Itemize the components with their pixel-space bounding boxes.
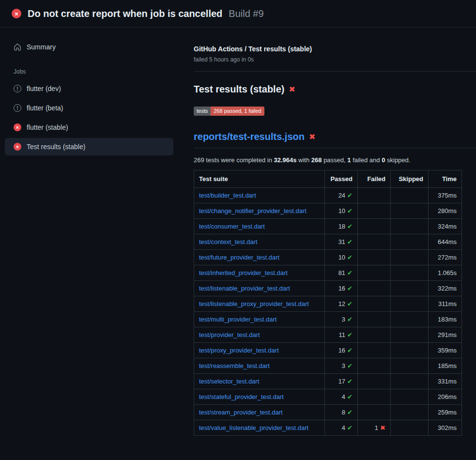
summary-passed-count: 268 [311, 156, 322, 164]
main-panel: GitHub Actions / Test results (stable) f… [178, 28, 476, 436]
job-label: flutter (dev) [27, 85, 61, 92]
passed-count: 10 [338, 207, 345, 215]
check-icon: ✔ [347, 331, 353, 338]
failed-status-icon: × [12, 9, 21, 18]
summary-text: 269 tests were completed in [194, 156, 274, 164]
table-row: test/change_notifier_provider_test.dart … [194, 203, 462, 219]
jobs-heading: Jobs [5, 58, 173, 80]
job-label: Test results (stable) [27, 143, 85, 151]
home-icon [14, 43, 21, 51]
col-header-failed: Failed [358, 170, 391, 188]
time-value: 311ms [429, 296, 462, 312]
table-row: test/stateful_provider_test.dart 4✔ ✖ 20… [194, 389, 462, 405]
time-value: 644ms [429, 234, 462, 250]
passed-count: 24 [338, 192, 345, 199]
test-suite-link[interactable]: test/value_listenable_provider_test.dart [199, 424, 308, 431]
check-icon: ✔ [347, 223, 353, 230]
sidebar-job-item[interactable]: × flutter (stable) [5, 119, 173, 136]
test-suite-link[interactable]: test/inherited_provider_test.dart [199, 269, 288, 276]
summary-text: passed, [322, 156, 348, 164]
header-divider [194, 71, 476, 72]
test-suite-link[interactable]: test/change_notifier_provider_test.dart [199, 207, 307, 215]
check-icon: ✔ [347, 254, 353, 261]
test-suite-link[interactable]: test/listenable_proxy_provider_test.dart [199, 300, 309, 307]
col-header-test-suite: Test suite [194, 170, 325, 188]
x-icon: ✖ [380, 424, 385, 431]
table-row: test/listenable_proxy_provider_test.dart… [194, 296, 462, 312]
table-row: test/stream_provider_test.dart 8✔ ✖ 259m… [194, 405, 462, 420]
table-row: test/reassemble_test.dart 3✔ ✖ 185ms [194, 358, 462, 374]
job-label: flutter (beta) [27, 104, 63, 112]
jobs-list: ! flutter (dev) ! flutter (beta) × flutt… [5, 80, 173, 155]
check-icon: ✔ [347, 316, 353, 323]
test-suite-link[interactable]: test/multi_provider_test.dart [199, 316, 276, 323]
time-value: 302ms [429, 420, 462, 436]
test-suite-link[interactable]: test/reassemble_test.dart [199, 362, 270, 369]
col-header-time: Time [429, 170, 462, 188]
table-row: test/inherited_provider_test.dart 81✔ ✖ … [194, 265, 462, 281]
passed-count: 31 [338, 238, 345, 245]
check-icon: ✔ [347, 269, 353, 276]
table-row: test/context_test.dart 31✔ ✖ 644ms [194, 234, 462, 250]
passed-count: 10 [338, 254, 345, 261]
sidebar-job-item[interactable]: ! flutter (beta) [5, 99, 173, 117]
test-suite-link[interactable]: test/context_test.dart [199, 238, 258, 245]
sidebar-job-item[interactable]: × Test results (stable) [5, 138, 173, 155]
time-value: 183ms [429, 312, 462, 327]
time-value: 359ms [429, 343, 462, 358]
passed-count: 81 [338, 269, 345, 276]
table-row: test/value_listenable_provider_test.dart… [194, 420, 462, 436]
test-suite-link[interactable]: test/builder_test.dart [199, 192, 256, 199]
time-value: 331ms [429, 374, 462, 389]
check-icon: ✔ [347, 238, 353, 245]
run-title: Do not create report when job is cancell… [28, 8, 222, 19]
summary-failed-count: 1 [347, 156, 351, 164]
sidebar-item-summary[interactable]: Summary [5, 38, 173, 56]
check-icon: ✔ [347, 285, 353, 292]
time-value: 1.065s [429, 265, 462, 281]
run-meta: failed 5 hours ago in 0s [194, 56, 476, 63]
tests-badge: tests 268 passed, 1 failed [194, 107, 264, 116]
job-status-icon: ! [14, 104, 21, 112]
summary-text: failed and [351, 156, 382, 164]
passed-count: 16 [338, 285, 345, 292]
passed-count: 16 [338, 347, 345, 354]
sidebar-job-item[interactable]: ! flutter (dev) [5, 80, 173, 97]
check-icon: ✔ [347, 207, 353, 215]
test-suite-link[interactable]: test/listenable_provider_test.dart [199, 285, 290, 292]
test-suite-link[interactable]: test/proxy_provider_test.dart [199, 347, 279, 354]
test-suite-link[interactable]: test/consumer_test.dart [199, 223, 265, 230]
report-file-link[interactable]: reports/test-results.json [194, 131, 305, 142]
test-suite-link[interactable]: test/stream_provider_test.dart [199, 409, 283, 416]
table-row: test/multi_provider_test.dart 3✔ ✖ 183ms [194, 312, 462, 327]
build-number: Build #9 [229, 8, 263, 19]
passed-count: 18 [338, 223, 345, 230]
summary-text: with [296, 156, 311, 164]
table-row: test/consumer_test.dart 18✔ ✖ 324ms [194, 219, 462, 234]
test-suite-link[interactable]: test/stateful_provider_test.dart [199, 393, 284, 400]
passed-count: 3 [342, 362, 345, 369]
passed-count: 4 [342, 424, 345, 431]
test-suite-link[interactable]: test/future_provider_test.dart [199, 254, 279, 261]
test-suite-link[interactable]: test/selector_test.dart [199, 378, 259, 385]
passed-count: 3 [342, 316, 345, 323]
time-value: 375ms [429, 188, 462, 203]
check-icon: ✔ [347, 347, 353, 354]
check-icon: ✔ [347, 409, 353, 416]
table-row: test/listenable_provider_test.dart 16✔ ✖… [194, 281, 462, 296]
time-value: 291ms [429, 327, 462, 343]
job-status-icon: × [14, 143, 21, 151]
time-value: 322ms [429, 281, 462, 296]
time-value: 324ms [429, 219, 462, 234]
tests-badge-value: 268 passed, 1 failed [211, 107, 264, 116]
results-table: Test suite Passed Failed Skipped Time te… [194, 170, 462, 436]
table-row: test/builder_test.dart 24✔ ✖ 375ms [194, 188, 462, 203]
test-suite-link[interactable]: test/provider_test.dart [199, 331, 260, 338]
table-row: test/future_provider_test.dart 10✔ ✖ 272… [194, 250, 462, 265]
job-status-icon: × [14, 123, 21, 131]
section-title: Test results (stable) [194, 84, 284, 95]
time-value: 259ms [429, 405, 462, 420]
summary-line: 269 tests were completed in 32.964s with… [194, 156, 476, 164]
job-label: flutter (stable) [27, 123, 68, 131]
summary-duration: 32.964s [274, 156, 296, 164]
